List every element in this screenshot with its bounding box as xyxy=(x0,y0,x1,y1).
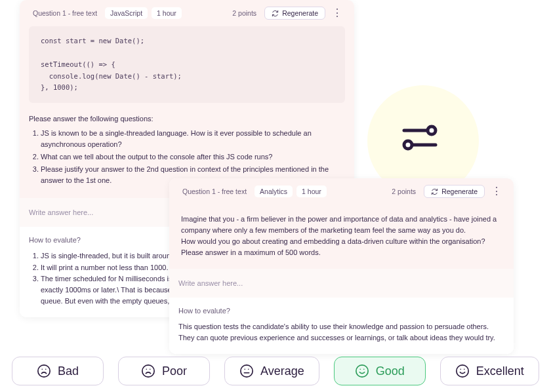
svg-point-4 xyxy=(38,365,50,377)
svg-point-10 xyxy=(241,365,253,377)
regenerate-label: Regenerate xyxy=(441,187,478,195)
rating-poor-button[interactable]: Poor xyxy=(118,357,210,385)
points-label: 2 points xyxy=(388,186,420,197)
refresh-icon xyxy=(272,10,279,17)
svg-point-17 xyxy=(457,365,468,377)
face-frown-icon xyxy=(141,364,155,378)
rating-label: Average xyxy=(260,364,304,378)
prompt-paragraph: Imagine that you - a firm believer in th… xyxy=(181,214,502,236)
card-header: Question 1 - free text JavaScript 1 hour… xyxy=(20,0,354,26)
rating-label: Bad xyxy=(58,364,79,378)
prompt-item: What can we tell about the output to the… xyxy=(41,151,345,163)
points-label: 2 points xyxy=(228,7,260,19)
face-smile-icon xyxy=(355,364,369,378)
svg-point-1 xyxy=(428,127,436,134)
face-smile-icon xyxy=(455,364,470,378)
refresh-icon xyxy=(431,188,438,195)
prompt-item: JS is known to be a single-threaded lang… xyxy=(41,128,345,150)
sliders-icon xyxy=(400,121,439,155)
rating-label: Good xyxy=(376,364,405,378)
code-area: const start = new Date(); setTimeout(() … xyxy=(20,26,354,112)
duration-pill: 1 hour xyxy=(152,7,182,19)
rating-row: Bad Poor Average Good Excellent xyxy=(0,357,551,385)
code-block: const start = new Date(); setTimeout(() … xyxy=(29,26,345,103)
regenerate-button[interactable]: Regenerate xyxy=(424,185,485,198)
evaluation-area: How to evalute? This question tests the … xyxy=(169,298,514,354)
more-menu-button[interactable]: ⋮ xyxy=(329,8,345,18)
rating-label: Excellent xyxy=(476,364,524,378)
evaluation-label: How to evalute? xyxy=(178,307,504,315)
category-pill: Analytics xyxy=(255,186,293,197)
rating-average-button[interactable]: Average xyxy=(224,357,319,385)
evaluation-text: This question tests the candidate's abil… xyxy=(178,321,504,343)
regenerate-button[interactable]: Regenerate xyxy=(264,7,325,20)
duration-pill: 1 hour xyxy=(296,186,327,197)
rating-good-button[interactable]: Good xyxy=(334,357,426,385)
more-menu-button[interactable]: ⋮ xyxy=(489,186,504,197)
rating-bad-button[interactable]: Bad xyxy=(12,357,104,385)
rating-excellent-button[interactable]: Excellent xyxy=(440,357,539,385)
card-header: Question 1 - free text Analytics 1 hour … xyxy=(169,178,514,205)
regenerate-label: Regenerate xyxy=(282,9,318,17)
face-neutral-icon xyxy=(239,364,254,378)
rating-label: Poor xyxy=(162,364,187,378)
svg-point-14 xyxy=(356,365,368,377)
prompt-paragraph: How would you go about creating and embe… xyxy=(181,236,502,258)
answer-input[interactable]: Write answer here... xyxy=(169,269,514,298)
svg-point-7 xyxy=(142,365,154,377)
face-frown-icon xyxy=(37,364,51,378)
prompt-intro: Please answer the following questions: xyxy=(29,115,345,123)
prompt-area: Imagine that you - a firm believer in th… xyxy=(169,205,514,269)
svg-point-3 xyxy=(404,141,412,149)
question-label: Question 1 - free text xyxy=(29,7,101,19)
category-pill: JavaScript xyxy=(105,7,148,19)
question-label: Question 1 - free text xyxy=(178,186,251,197)
question-card-analytics: Question 1 - free text Analytics 1 hour … xyxy=(169,178,514,354)
